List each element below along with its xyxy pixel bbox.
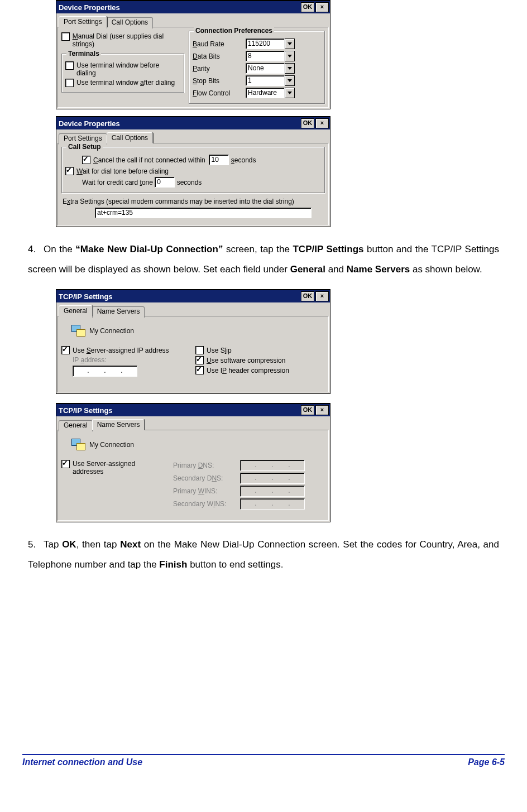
- connection-name: My Connection: [89, 327, 134, 335]
- ok-button[interactable]: OK: [301, 405, 314, 415]
- software-compression-label: Use software compression: [207, 357, 285, 364]
- terminals-legend: Terminals: [66, 50, 101, 57]
- conn-pref-legend: Connection Preferences: [194, 27, 274, 35]
- manual-dial-checkbox[interactable]: [61, 32, 70, 41]
- extra-settings-input[interactable]: at+crm=135: [95, 208, 312, 218]
- chevron-down-icon[interactable]: [285, 88, 295, 98]
- terminal-after-label: Use terminal window after dialing: [76, 79, 175, 87]
- secondary-wins-label: Secondary WINS:: [173, 500, 240, 508]
- parity-combo[interactable]: None: [246, 63, 295, 74]
- flow-value: Hardware: [246, 88, 285, 98]
- cancel-seconds-input[interactable]: 10: [209, 155, 229, 165]
- close-button[interactable]: ×: [315, 2, 329, 12]
- ok-button[interactable]: OK: [301, 291, 314, 301]
- window-title: Device Properties: [59, 3, 120, 12]
- ip-header-compression-label: Use IP header compression: [207, 367, 289, 374]
- extra-settings-label: Extra Settings (special modem commands m…: [63, 198, 325, 205]
- ip-address-label: IP address:: [73, 356, 107, 364]
- tab-call-options[interactable]: Call Options: [107, 17, 153, 28]
- titlebar: TCP/IP Settings OK ×: [56, 290, 330, 302]
- chevron-down-icon[interactable]: [285, 63, 295, 74]
- terminal-before-checkbox[interactable]: [65, 61, 74, 70]
- cancel-call-checkbox[interactable]: [82, 156, 90, 164]
- stopbits-combo[interactable]: 1: [246, 75, 295, 86]
- secondary-dns-label: Secondary DNS:: [173, 474, 240, 482]
- server-addresses-label: Use Server-assigned addresses: [73, 460, 156, 475]
- primary-wins-input[interactable]: ...: [240, 486, 305, 497]
- manual-dial-label: Manual Dial (user supplies dial strings): [73, 32, 184, 48]
- connection-icon: [71, 439, 86, 451]
- tab-general[interactable]: General: [59, 420, 93, 431]
- chevron-down-icon[interactable]: [285, 51, 295, 61]
- ok-button[interactable]: OK: [301, 118, 314, 128]
- primary-dns-label: Primary DNS:: [173, 462, 240, 469]
- credit-tone-label: Wait for credit card tone: [82, 179, 153, 186]
- secondary-dns-input[interactable]: ...: [240, 473, 305, 484]
- credit-seconds-input[interactable]: 0: [155, 177, 175, 188]
- baud-value: 115200: [246, 39, 285, 49]
- ok-button[interactable]: OK: [301, 2, 314, 12]
- terminal-after-checkbox[interactable]: [65, 79, 74, 87]
- terminal-before-label: Use terminal window before dialing: [76, 61, 180, 77]
- server-ip-checkbox[interactable]: [61, 346, 70, 354]
- close-button[interactable]: ×: [315, 405, 329, 415]
- device-properties-call-window: Device Properties OK × Port Settings Cal…: [56, 116, 330, 227]
- wait-dialtone-checkbox[interactable]: [65, 167, 74, 175]
- baud-label: Baud Rate: [193, 40, 246, 48]
- databits-label: Data Bits: [193, 52, 246, 60]
- footer-left: Internet connection and Use: [22, 757, 142, 767]
- use-slip-checkbox[interactable]: [195, 346, 204, 354]
- flow-label: Flow Control: [193, 89, 246, 97]
- device-properties-port-window: Device Properties OK × Port Settings Cal…: [56, 0, 330, 109]
- tab-name-servers[interactable]: Name Servers: [92, 306, 145, 318]
- primary-dns-input[interactable]: ...: [240, 460, 305, 471]
- parity-label: Parity: [193, 65, 246, 73]
- close-button[interactable]: ×: [315, 291, 329, 301]
- baud-combo[interactable]: 115200: [246, 39, 295, 49]
- server-ip-label: Use Server-assigned IP address: [73, 347, 169, 354]
- secondary-wins-input[interactable]: ...: [240, 498, 305, 510]
- tcpip-nameservers-window: TCP/IP Settings OK × General Name Server…: [56, 403, 330, 522]
- stopbits-value: 1: [246, 75, 285, 86]
- tab-general[interactable]: General: [59, 305, 93, 316]
- primary-wins-label: Primary WINS:: [173, 487, 240, 495]
- connection-icon: [71, 325, 86, 337]
- server-addresses-checkbox[interactable]: [61, 460, 70, 468]
- chevron-down-icon[interactable]: [285, 39, 295, 49]
- seconds-label2: seconds: [177, 179, 202, 186]
- flow-combo[interactable]: Hardware: [246, 88, 295, 98]
- close-button[interactable]: ×: [315, 118, 329, 128]
- parity-value: None: [246, 63, 285, 74]
- window-title: TCP/IP Settings: [59, 292, 113, 301]
- tab-port-settings[interactable]: Port Settings: [59, 16, 107, 27]
- ip-header-compression-checkbox[interactable]: [195, 366, 204, 374]
- ip-address-input[interactable]: ...: [73, 366, 137, 377]
- connection-name: My Connection: [89, 441, 134, 449]
- window-title: TCP/IP Settings: [59, 406, 113, 415]
- seconds-label: seconds: [231, 156, 256, 164]
- titlebar: Device Properties OK ×: [56, 1, 330, 13]
- tab-name-servers[interactable]: Name Servers: [92, 419, 145, 430]
- paragraph-5: 5.Tap OK, then tap Next on the Make New …: [28, 535, 499, 574]
- titlebar: Device Properties OK ×: [56, 117, 330, 129]
- wait-dialtone-label: Wait for dial tone before dialing: [76, 167, 169, 175]
- cancel-call-label: Cancel the call if not connected within: [93, 156, 205, 164]
- tcpip-general-window: TCP/IP Settings OK × General Name Server…: [56, 289, 330, 394]
- use-slip-label: Use Slip: [207, 347, 232, 354]
- chevron-down-icon[interactable]: [285, 75, 295, 86]
- page-footer: Internet connection and Use Page 6-5: [22, 757, 505, 779]
- call-setup-legend: Call Setup: [66, 143, 103, 151]
- titlebar: TCP/IP Settings OK ×: [56, 404, 330, 416]
- footer-right: Page 6-5: [468, 757, 505, 767]
- paragraph-4: 4.On the “Make New Dial-Up Connection” s…: [28, 239, 499, 279]
- stopbits-label: Stop Bits: [193, 77, 246, 85]
- tab-call-options[interactable]: Call Options: [107, 132, 153, 143]
- window-title: Device Properties: [59, 119, 120, 128]
- databits-value: 8: [246, 51, 285, 61]
- databits-combo[interactable]: 8: [246, 51, 295, 61]
- software-compression-checkbox[interactable]: [195, 356, 204, 364]
